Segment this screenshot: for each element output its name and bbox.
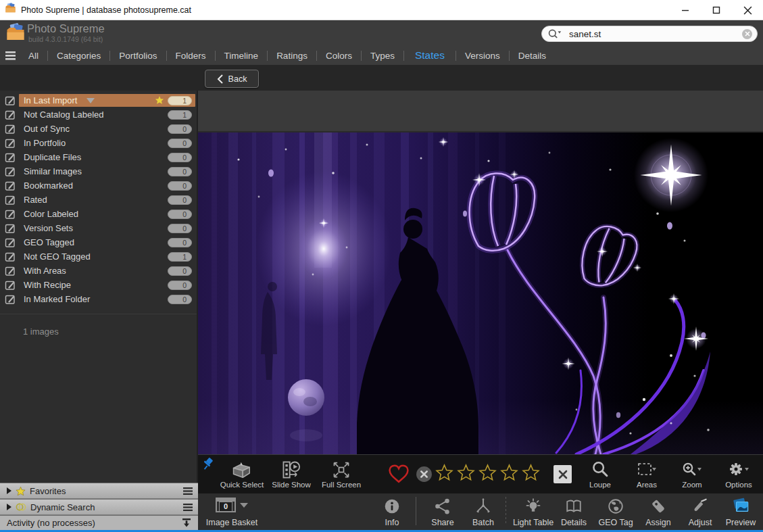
tab-states[interactable]: States	[404, 49, 456, 62]
state-row-with-recipe[interactable]: With Recipe0	[0, 278, 197, 292]
activity-bar[interactable]: Activity (no processes)	[0, 515, 198, 530]
state-checkbox-icon[interactable]	[5, 124, 16, 135]
state-label: Not GEO Tagged	[24, 251, 91, 262]
state-label: In Last Import	[24, 95, 77, 105]
expand-triangle-icon[interactable]	[7, 504, 11, 510]
zoom-label: Zoom	[682, 481, 702, 489]
light-table-button[interactable]: Light Table	[508, 496, 559, 527]
state-row-not-geo-tagged[interactable]: Not GEO Tagged1	[0, 249, 197, 264]
state-checkbox-icon[interactable]	[5, 138, 16, 149]
state-checkbox-icon[interactable]	[5, 237, 16, 248]
zoom-button[interactable]: Zoom	[671, 460, 713, 489]
image-basket-button[interactable]: 0 Image Basket	[202, 496, 262, 527]
chevron-down-icon[interactable]	[240, 503, 248, 508]
state-checkbox-icon[interactable]	[5, 280, 16, 291]
rating-star-icon[interactable]	[457, 464, 475, 482]
collapse-arrow-icon[interactable]	[181, 518, 192, 528]
tab-all[interactable]: All	[20, 51, 47, 61]
state-checkbox-icon[interactable]	[5, 166, 16, 177]
clear-rating-icon[interactable]	[416, 466, 433, 485]
state-checkbox-icon[interactable]	[5, 95, 16, 106]
panel-menu-icon[interactable]	[183, 503, 193, 512]
menu-hamburger-icon[interactable]	[5, 51, 16, 60]
minimize-button[interactable]	[670, 0, 701, 20]
state-row-not-catalog-labeled[interactable]: Not Catalog Labeled1	[0, 107, 197, 122]
search-icon[interactable]	[547, 28, 562, 40]
tab-details[interactable]: Details	[510, 51, 555, 61]
tab-types[interactable]: Types	[362, 51, 403, 61]
image-basket-label: Image Basket	[206, 518, 257, 527]
chevron-down-icon[interactable]	[87, 98, 95, 103]
tab-ratings[interactable]: Ratings	[268, 51, 316, 61]
state-checkbox-icon[interactable]	[5, 152, 16, 163]
state-row-color-labeled[interactable]: Color Labeled0	[0, 207, 197, 221]
state-row-in-portfolio[interactable]: In Portfolio0	[0, 136, 197, 150]
state-row-similar-images[interactable]: Similar Images0	[0, 164, 197, 178]
state-row-duplicate-files[interactable]: Duplicate Files0	[0, 150, 197, 164]
state-row-version-sets[interactable]: Version Sets0	[0, 221, 197, 235]
assign-button[interactable]: Assign	[637, 496, 679, 527]
search-box[interactable]	[541, 26, 758, 42]
navigation-row: Back	[0, 65, 763, 91]
favorites-panel-label: Favorites	[30, 486, 66, 496]
dynamic-search-panel-header[interactable]: Dynamic Search	[0, 499, 198, 515]
state-checkbox-icon[interactable]	[5, 195, 16, 205]
geo-tag-button[interactable]: GEO Tag	[594, 496, 637, 527]
tab-versions[interactable]: Versions	[456, 51, 509, 61]
options-button[interactable]: Options	[717, 460, 760, 489]
areas-button[interactable]: Areas	[625, 460, 668, 489]
state-row-rated[interactable]: Rated0	[0, 193, 197, 207]
close-button[interactable]	[732, 0, 763, 20]
tab-colors[interactable]: Colors	[317, 51, 361, 61]
state-row-in-marked-folder[interactable]: In Marked Folder0	[0, 292, 197, 306]
deselect-icon[interactable]	[553, 465, 572, 483]
expand-triangle-icon[interactable]	[7, 487, 11, 494]
state-checkbox-icon[interactable]	[5, 180, 16, 191]
slide-show-icon	[281, 460, 301, 479]
maximize-button[interactable]	[701, 0, 732, 20]
favorites-panel-header[interactable]: Favorites	[0, 483, 198, 499]
tab-timeline[interactable]: Timeline	[216, 51, 268, 61]
state-row-in-last-import[interactable]: In Last Import 1	[0, 93, 197, 107]
details-button[interactable]: Details	[553, 496, 594, 527]
search-clear-icon[interactable]	[742, 29, 752, 39]
tab-categories[interactable]: Categories	[48, 51, 109, 61]
state-row-geo-tagged[interactable]: GEO Tagged0	[0, 235, 197, 249]
batch-button[interactable]: Batch	[463, 496, 503, 527]
loupe-button[interactable]: Loupe	[581, 460, 620, 489]
state-checkbox-icon[interactable]	[5, 294, 16, 305]
rating-star-icon[interactable]	[435, 464, 453, 482]
quick-select-button[interactable]: Quick Select	[215, 460, 269, 489]
state-row-with-areas[interactable]: With Areas0	[0, 264, 197, 278]
preview-button[interactable]: Preview	[720, 496, 762, 527]
state-row-out-of-sync[interactable]: Out of Sync0	[0, 122, 197, 136]
light-table-icon	[524, 498, 542, 515]
search-input[interactable]	[569, 29, 742, 39]
pin-icon[interactable]	[201, 457, 215, 473]
info-icon	[383, 498, 401, 515]
loupe-icon	[591, 460, 610, 479]
state-checkbox-icon[interactable]	[5, 251, 16, 262]
window-controls	[670, 0, 763, 20]
state-checkbox-icon[interactable]	[5, 223, 16, 234]
share-button[interactable]: Share	[422, 496, 463, 527]
state-row-bookmarked[interactable]: Bookmarked0	[0, 178, 197, 193]
state-checkbox-icon[interactable]	[5, 110, 16, 120]
rating-star-icon[interactable]	[522, 464, 540, 482]
back-button[interactable]: Back	[205, 70, 259, 88]
tab-portfolios[interactable]: Portfolios	[110, 51, 166, 61]
assign-tag-icon	[649, 498, 667, 515]
favorite-heart-icon[interactable]	[387, 462, 410, 487]
slide-show-button[interactable]: Slide Show	[268, 460, 315, 489]
state-checkbox-icon[interactable]	[5, 266, 16, 276]
full-screen-button[interactable]: Full Screen	[318, 460, 365, 489]
tab-folders[interactable]: Folders	[167, 51, 215, 61]
panel-menu-icon[interactable]	[183, 487, 193, 495]
photo-preview-image[interactable]	[198, 132, 763, 454]
info-button[interactable]: Info	[372, 496, 412, 527]
rating-star-icon[interactable]	[478, 464, 497, 482]
state-checkbox-icon[interactable]	[5, 209, 16, 220]
rating-star-icon[interactable]	[500, 464, 518, 482]
areas-icon	[637, 460, 657, 479]
adjust-button[interactable]: Adjust	[679, 496, 721, 527]
